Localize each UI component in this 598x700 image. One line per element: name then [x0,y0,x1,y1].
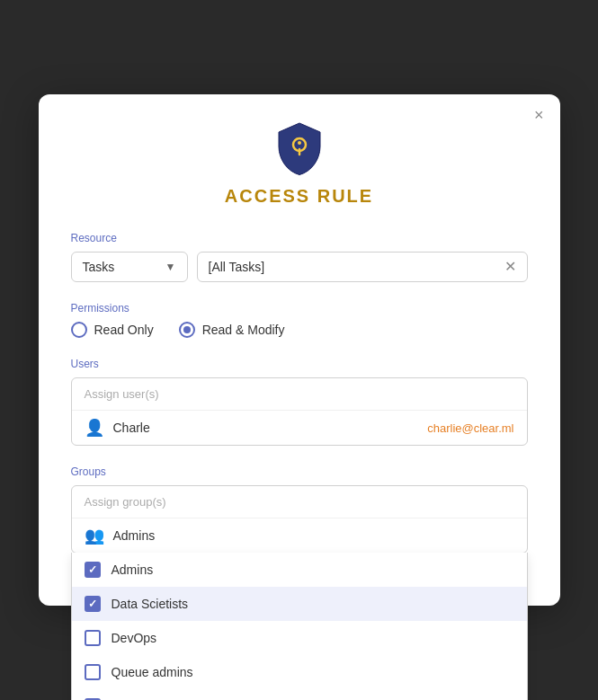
read-modify-label: Read & Modify [202,323,285,337]
dropdown-item-queue-admins-label: Queue admins [112,665,193,679]
permissions-label: Permissions [71,302,528,315]
dropdown-item-admins-label: Admins [112,563,154,577]
user-email: charlie@clear.ml [427,421,513,435]
checkbox-admins[interactable] [85,562,101,578]
modal-overlay: × ACCESS RULE Resource Tasks ▼ [All Task… [0,0,598,700]
clear-resource-button[interactable]: ✕ [504,260,516,274]
chevron-down-icon: ▼ [165,261,176,273]
close-button[interactable]: × [534,107,544,123]
read-only-option[interactable]: Read Only [71,322,154,338]
shield-key-icon [275,121,324,175]
resource-input-value: [All Tasks] [209,260,504,274]
dropdown-item-devops[interactable]: DevOps [72,621,527,655]
dropdown-item-queue-admins[interactable]: Queue admins [72,655,527,689]
svg-point-1 [298,141,301,145]
groups-label: Groups [71,465,528,478]
groups-dropdown: Admins Data Scietists DevOps Queue admin… [71,553,528,700]
groups-section: Groups Assign group(s) 👥 Admins Admins D… [71,465,528,554]
radio-selected-indicator [183,326,191,333]
resource-value-input[interactable]: [All Tasks] ✕ [197,252,528,282]
read-only-label: Read Only [94,323,154,337]
checkbox-queue-admins[interactable] [85,664,101,680]
dropdown-item-users[interactable]: Users [72,689,527,700]
groups-box: Assign group(s) 👥 Admins Admins Data Sci… [71,485,528,554]
user-name: Charle [113,421,419,435]
group-row: 👥 Admins [72,518,527,553]
read-modify-option[interactable]: Read & Modify [179,322,285,338]
read-modify-radio[interactable] [179,322,195,338]
modal-header: ACCESS RULE [71,121,528,207]
dropdown-item-admins[interactable]: Admins [72,553,527,587]
permissions-row: Read Only Read & Modify [71,322,528,338]
dropdown-item-data-scietists[interactable]: Data Scietists [72,587,527,621]
modal-dialog: × ACCESS RULE Resource Tasks ▼ [All Task… [39,94,560,606]
assign-users-placeholder[interactable]: Assign user(s) [72,378,527,410]
users-section: Users Assign user(s) 👤 Charle charlie@cl… [71,358,528,446]
checkbox-devops[interactable] [85,630,101,646]
users-box: Assign user(s) 👤 Charle charlie@clear.ml [71,377,528,446]
read-only-radio[interactable] [71,322,87,338]
assign-groups-placeholder[interactable]: Assign group(s) [72,486,527,518]
user-icon: 👤 [85,418,104,438]
permissions-section: Permissions Read Only Read & Modify [71,302,528,338]
user-row: 👤 Charle charlie@clear.ml [72,410,527,445]
resource-type-select[interactable]: Tasks ▼ [71,252,188,282]
dropdown-item-data-scietists-label: Data Scietists [112,597,189,611]
group-icon: 👥 [85,526,104,545]
group-name: Admins [113,528,156,543]
resource-select-value: Tasks [83,260,115,274]
checkbox-data-scietists[interactable] [85,596,101,612]
modal-title: ACCESS RULE [225,186,373,207]
dropdown-item-devops-label: DevOps [112,631,157,645]
resource-section: Resource Tasks ▼ [All Tasks] ✕ [71,232,528,282]
users-label: Users [71,358,528,370]
resource-label: Resource [71,232,528,244]
resource-row: Tasks ▼ [All Tasks] ✕ [71,252,528,282]
